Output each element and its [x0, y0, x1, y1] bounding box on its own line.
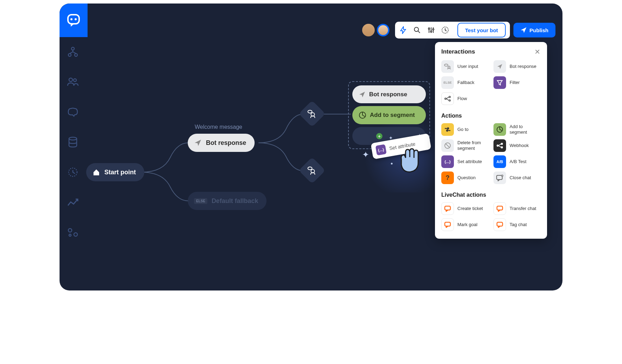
start-label: Start point	[104, 169, 136, 176]
svg-rect-37	[445, 222, 450, 226]
user-input-icon	[441, 60, 454, 73]
svg-point-4	[68, 54, 71, 56]
block-add-segment[interactable]: Add to segment	[493, 123, 541, 136]
goto-icon	[441, 123, 454, 136]
default-fallback-node[interactable]: ELSE Default fallback	[188, 192, 267, 210]
svg-point-6	[69, 78, 72, 82]
webhook-icon	[493, 139, 506, 152]
svg-point-5	[75, 54, 77, 56]
nav-analytics-icon[interactable]	[67, 196, 79, 209]
user-chat-icon	[307, 109, 317, 119]
panel-title-interactions: Interactions	[441, 48, 475, 55]
block-filter[interactable]: Filter	[493, 76, 541, 89]
drop-bot-response-node[interactable]: Bot response	[352, 85, 426, 103]
svg-point-21	[308, 167, 312, 170]
sparkle-dot	[391, 163, 393, 164]
svg-point-8	[69, 137, 77, 140]
block-ab-test[interactable]: A/B A/B Test	[493, 155, 541, 168]
svg-point-7	[74, 79, 76, 82]
drop-bot-response-label: Bot response	[369, 91, 407, 98]
block-user-input[interactable]: User input	[441, 60, 489, 73]
nav-database-icon[interactable]	[67, 136, 79, 148]
block-mark-goal[interactable]: Mark goal	[441, 218, 489, 231]
block-webhook[interactable]: Webhook	[493, 139, 541, 152]
svg-point-30	[497, 145, 498, 146]
else-badge-icon: ELSE	[441, 76, 454, 89]
send-icon	[359, 91, 366, 98]
svg-rect-35	[445, 206, 450, 210]
user-chat-icon	[307, 166, 317, 175]
logo[interactable]	[60, 4, 88, 37]
app-frame: Test your bot Publish Start point Welcom…	[60, 4, 562, 290]
segment-icon	[493, 123, 506, 136]
chat-icon	[493, 218, 506, 231]
attribute-icon: {...}	[375, 144, 387, 155]
block-transfer-chat[interactable]: Transfer chat	[493, 202, 541, 215]
svg-point-27	[449, 100, 450, 101]
svg-point-2	[75, 18, 77, 20]
drop-add-segment-node[interactable]: Add to segment	[352, 106, 426, 124]
svg-point-19	[308, 110, 312, 113]
chat-icon	[441, 202, 454, 215]
block-create-ticket[interactable]: Create ticket	[441, 202, 489, 215]
svg-point-11	[74, 233, 77, 236]
block-tag-chat[interactable]: Tag chat	[493, 218, 541, 231]
grab-cursor-icon	[394, 145, 422, 177]
add-indicator-icon: +	[376, 133, 382, 139]
else-badge: ELSE	[194, 198, 207, 204]
svg-rect-36	[497, 206, 503, 210]
nav-brain-icon[interactable]	[67, 106, 79, 118]
send-icon	[194, 139, 202, 147]
question-icon: ?	[441, 172, 454, 184]
svg-point-1	[70, 18, 72, 20]
block-delete-segment[interactable]: Delete from segment	[441, 139, 489, 152]
condition-node-1[interactable]	[299, 100, 325, 127]
block-close-chat[interactable]: Close chat	[493, 172, 541, 184]
close-chat-icon	[493, 172, 506, 184]
delete-segment-icon	[441, 139, 454, 152]
svg-point-10	[68, 229, 72, 232]
fallback-label: Default fallback	[212, 197, 258, 205]
block-fallback[interactable]: ELSE Fallback	[441, 76, 489, 89]
svg-point-25	[445, 98, 446, 99]
filter-icon	[493, 76, 506, 89]
home-icon	[92, 168, 100, 176]
svg-rect-38	[497, 222, 503, 226]
block-goto[interactable]: Go to	[441, 123, 489, 136]
nav-flow-icon[interactable]	[67, 46, 79, 58]
block-set-attribute[interactable]: {...} Set attribute	[441, 155, 489, 168]
panel-title-livechat: LiveChat actions	[441, 192, 541, 198]
nav-users-icon[interactable]	[67, 76, 79, 88]
svg-point-31	[501, 143, 503, 145]
chat-icon	[441, 218, 454, 231]
svg-point-12	[69, 234, 71, 236]
flow-icon	[441, 92, 454, 105]
bot-response-node[interactable]: Bot response	[188, 134, 255, 152]
panel-title-actions: Actions	[441, 113, 541, 119]
start-node[interactable]: Start point	[86, 163, 144, 181]
svg-point-26	[449, 96, 450, 98]
nav-integrations-icon[interactable]	[67, 226, 79, 239]
drop-segment-label: Add to segment	[370, 112, 415, 119]
sparkle-icon: ✦	[362, 150, 369, 160]
welcome-message-label: Welcome message	[195, 124, 242, 130]
chat-icon	[493, 202, 506, 215]
left-nav	[60, 46, 86, 239]
ab-test-icon: A/B	[493, 155, 506, 168]
segment-icon	[359, 111, 366, 119]
condition-node-2[interactable]	[299, 157, 325, 184]
block-bot-response[interactable]: Bot response	[493, 60, 541, 73]
svg-point-32	[501, 147, 503, 148]
send-icon	[493, 60, 506, 73]
close-panel-button[interactable]: ✕	[534, 48, 541, 55]
svg-point-3	[71, 47, 74, 50]
svg-point-23	[444, 64, 448, 66]
bot-response-label: Bot response	[206, 139, 246, 147]
block-flow[interactable]: Flow	[441, 92, 489, 105]
attribute-icon: {...}	[441, 155, 454, 168]
chatbot-logo-icon	[66, 13, 81, 28]
nav-history-icon[interactable]	[67, 166, 79, 178]
block-question[interactable]: ? Question	[441, 172, 489, 184]
svg-rect-0	[68, 15, 79, 24]
blocks-panel: Interactions ✕ User input Bot response E…	[435, 42, 547, 239]
